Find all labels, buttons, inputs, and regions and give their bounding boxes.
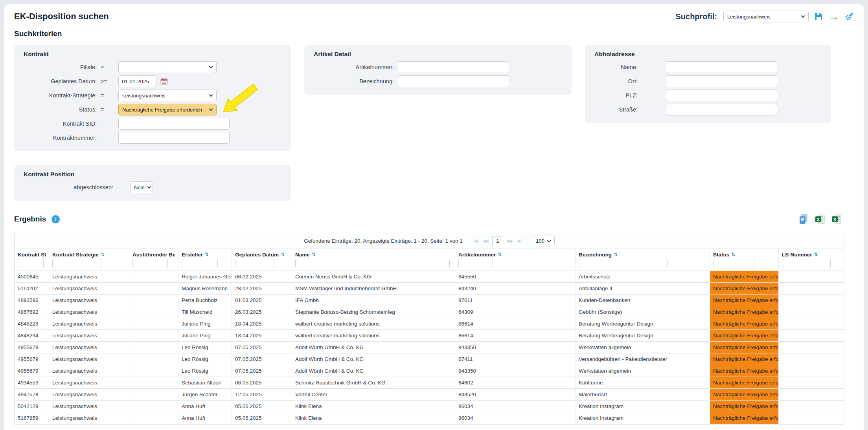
next-page-button[interactable]: ▶▶	[505, 239, 515, 243]
table-row[interactable]: 4500645LeistungsnachweisHolger Johannes …	[15, 271, 844, 283]
abgeschlossen-select-value: Nein	[134, 185, 145, 190]
column-label-ersteller[interactable]: Ersteller⇅	[182, 251, 228, 258]
cell-artikelnummer: 843240	[455, 283, 576, 294]
table-row[interactable]: 4867692LeistungsnachweisTill Muscheid26.…	[15, 306, 844, 318]
filter-input-kontrakt-sid[interactable]	[18, 259, 44, 268]
filter-input-status[interactable]	[713, 259, 754, 268]
excel-export-button[interactable]: X	[815, 214, 825, 224]
geplantes-datum-input[interactable]	[118, 75, 156, 87]
filter-input-kontrakt-strategie[interactable]	[52, 259, 101, 268]
table-row[interactable]: 4893596LeistungsnachweisPetra Buchholz01…	[15, 295, 844, 306]
sort-icon[interactable]: ⇅	[281, 252, 285, 257]
filter-input-ausf-hrender-benutzer[interactable]	[132, 259, 168, 268]
plz-input[interactable]	[666, 90, 777, 101]
copy-export-button[interactable]	[799, 214, 808, 224]
calendar-icon[interactable]	[160, 78, 168, 85]
artikelnummer-input[interactable]	[398, 61, 509, 73]
excel-icon: X	[815, 214, 825, 224]
sort-icon[interactable]: ⇅	[814, 252, 818, 257]
cell-bezeichnung: Arbeitsschutz	[576, 271, 710, 282]
status-select[interactable]: Nachträgliche Freigabe erforderlich	[118, 104, 217, 115]
first-page-button[interactable]: |◀	[471, 239, 480, 243]
criteria-row: Artikelnummer:	[314, 60, 562, 74]
filiale-operator: =	[97, 64, 114, 70]
chevron-down-icon	[147, 185, 151, 189]
cell-artikelnummer: 86034	[455, 401, 576, 412]
table-row[interactable]: 4934553LeistungsnachweisSebastian Altdor…	[15, 377, 844, 389]
cell-ausf-hrender-benutzer	[129, 401, 178, 412]
column-label-name[interactable]: Name⇅	[295, 251, 452, 258]
cell-kontrakt-sid: 4867692	[15, 306, 49, 318]
cell-status: Nachträgliche Freigabe erforderlich	[710, 271, 779, 282]
table-row[interactable]: 4955679LeistungsnachweisLeo Rössig07.05.…	[15, 365, 844, 377]
excel-export-all-button[interactable]: X	[832, 214, 841, 224]
current-page-indicator[interactable]: 1	[493, 236, 503, 246]
apply-profile-button[interactable]: →	[828, 12, 839, 21]
filter-input-bezeichnung[interactable]	[579, 259, 668, 268]
column-title: Ersteller	[182, 252, 203, 258]
info-icon[interactable]: !	[51, 215, 60, 223]
cell-geplantes-datum: 12.05.2025	[232, 389, 292, 400]
bezeichnung-input[interactable]	[398, 75, 509, 87]
table-row[interactable]: 5167859LeistungsnachweisAnna Huft05.06.2…	[15, 412, 844, 424]
abgeschlossen-select[interactable]: Nein	[130, 181, 153, 193]
chevron-down-icon	[801, 14, 805, 18]
cell-ls-nummer	[779, 353, 844, 365]
filter-input-ls-nummer[interactable]	[782, 259, 831, 268]
column-label-ls-nummer[interactable]: LS-Nummer⇅	[782, 251, 841, 258]
column-label-bezeichnung[interactable]: Bezeichnung⇅	[579, 251, 706, 258]
filiale-select[interactable]	[118, 61, 217, 73]
page-title: EK-Disposition suchen	[14, 11, 109, 22]
prev-page-button[interactable]: ◀◀	[480, 239, 491, 243]
save-profile-button[interactable]	[814, 12, 823, 21]
cell-kontrakt-strategie: Leistungsnachweis	[49, 389, 129, 400]
table-row[interactable]: 4848294LeistungsnachweisJuliane Pirig18.…	[15, 330, 844, 342]
sort-icon[interactable]: ⇅	[731, 252, 735, 257]
column-label-geplantes-datum[interactable]: Geplantes Datum⇅	[235, 251, 289, 258]
column-header-ausf-hrender-benutzer: Ausführender Benutzer⇅	[129, 249, 178, 271]
name-input[interactable]	[666, 61, 777, 73]
cell-status: Nachträgliche Freigabe erforderlich	[710, 306, 779, 318]
cell-ausf-hrender-benutzer	[129, 389, 178, 400]
cell-geplantes-datum: 01.03.2025	[232, 295, 292, 306]
cell-ls-nummer	[779, 330, 844, 341]
page-size-select[interactable]: 100	[532, 236, 555, 246]
sort-icon[interactable]: ⇅	[205, 252, 209, 257]
column-title: Geplantes Datum	[235, 252, 279, 258]
kontraktnummer-input[interactable]	[118, 132, 230, 144]
filter-input-name[interactable]	[295, 259, 450, 268]
kontrakt-sid-input[interactable]	[118, 118, 230, 130]
last-page-button[interactable]: ▶|	[515, 239, 524, 243]
column-label-kontrakt-strategie[interactable]: Kontrakt-Strategie⇅	[52, 251, 126, 258]
profile-settings-button[interactable]	[844, 12, 854, 21]
column-label-ausf-hrender-benutzer[interactable]: Ausführender Benutzer⇅	[132, 251, 175, 258]
table-row[interactable]: 4955678LeistungsnachweisLeo Rössig07.05.…	[15, 342, 844, 353]
panel-abholadresse-title: Abholadresse	[594, 51, 822, 58]
filter-input-geplantes-datum[interactable]	[235, 259, 274, 268]
ergebnis-heading: Ergebnis	[14, 215, 46, 223]
table-row[interactable]: 4947578LeistungsnachweisJürgen Schäfer12…	[15, 389, 844, 401]
filter-input-ersteller[interactable]	[182, 259, 218, 268]
table-row[interactable]: 5114202LeistungsnachweisMagnus Rosemann2…	[15, 283, 844, 295]
cell-name: walbert creative marketing solutions	[292, 330, 455, 341]
sort-icon[interactable]: ⇅	[614, 252, 618, 257]
search-profile-select[interactable]: Leistungsnachweis	[723, 11, 809, 22]
sort-icon[interactable]: ⇅	[101, 252, 105, 257]
sort-icon[interactable]: ⇅	[312, 252, 316, 257]
ort-input[interactable]	[666, 75, 777, 87]
kontrakt-strategie-select[interactable]: Leistungsnachweis	[118, 90, 217, 101]
cell-ls-nummer	[779, 377, 844, 388]
table-row[interactable]: 4848228LeistungsnachweisJuliane Pirig18.…	[15, 318, 844, 330]
stra-e-input[interactable]	[666, 104, 777, 115]
filter-input-artikelnummer[interactable]	[458, 259, 493, 268]
sort-icon[interactable]: ⇅	[498, 252, 502, 257]
gears-icon	[844, 12, 854, 21]
table-row[interactable]: 5042129LeistungsnachweisAnna Huft05.06.2…	[15, 401, 844, 412]
column-label-artikelnummer[interactable]: Artikelnummer⇅	[458, 251, 572, 258]
column-label-kontrakt-sid[interactable]: Kontrakt SID⇅	[18, 251, 46, 258]
column-label-status[interactable]: Status⇅	[713, 251, 775, 258]
cell-geplantes-datum: 18.04.2025	[232, 330, 292, 341]
status-label: Status:	[24, 106, 97, 113]
table-row[interactable]: 4955679LeistungsnachweisLeo Rössig07.05.…	[15, 353, 844, 365]
cell-kontrakt-sid: 4848294	[15, 330, 49, 341]
